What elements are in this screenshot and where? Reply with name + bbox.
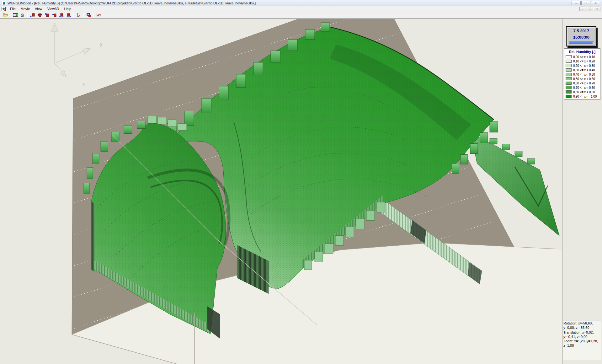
toolbar: ⚙ bbox=[0, 12, 602, 19]
legend-swatch bbox=[566, 90, 572, 94]
legend-swatch bbox=[566, 82, 572, 85]
right-panel: 7.5.2017 16:00:00 Rel. Humidity [-] 0,00… bbox=[562, 19, 602, 364]
viewport-3d[interactable]: y x bbox=[0, 19, 563, 364]
menu-bar: File Movie View View3D Help — ❐ ✕ bbox=[0, 6, 602, 12]
translation-status: Translation: x=0,02, y=-0,41, z=0,00 bbox=[563, 330, 601, 339]
clock-date: 7.5.2017 bbox=[568, 28, 594, 34]
movie-film-icon bbox=[13, 12, 18, 18]
legend-swatch bbox=[566, 60, 572, 63]
rotate-right-button[interactable] bbox=[51, 12, 58, 18]
app-window: WUFI2DMotion - [Rel. Humidity [-] (C:\Us… bbox=[0, 0, 602, 364]
open-folder-icon bbox=[3, 12, 8, 18]
minimize-button[interactable]: — bbox=[572, 1, 581, 5]
toolbar-separator bbox=[93, 13, 94, 18]
humidity-legend: Rel. Humidity [-] 0,00 <= x < 0,10 0,10 … bbox=[564, 48, 600, 100]
window-title: WUFI2DMotion - [Rel. Humidity [-] (C:\Us… bbox=[8, 1, 572, 5]
spin-left-button[interactable] bbox=[58, 12, 65, 18]
legend-swatch bbox=[566, 77, 572, 80]
legend-label: 0,00 <= x < 0,10 bbox=[573, 55, 595, 59]
title-bar[interactable]: WUFI2DMotion - [Rel. Humidity [-] (C:\Us… bbox=[0, 0, 602, 6]
toolbar-separator bbox=[10, 13, 10, 18]
legend-swatch bbox=[566, 55, 572, 58]
document-icon bbox=[2, 7, 6, 11]
reset-view-icon bbox=[86, 12, 92, 18]
legend-row: 0,20 <= x < 0,30 bbox=[564, 63, 600, 68]
menu-help[interactable]: Help bbox=[61, 6, 74, 11]
rotate-left-button[interactable] bbox=[29, 12, 36, 18]
legend-row: 0,60 <= x < 0,70 bbox=[564, 81, 600, 85]
spin-right-icon bbox=[66, 12, 72, 18]
legend-row: 0,00 <= x < 0,10 bbox=[564, 55, 600, 59]
app-icon bbox=[2, 1, 6, 5]
scene-3d[interactable]: y x bbox=[0, 19, 563, 364]
legend-label: 0,80 <= x < 0,90 bbox=[573, 90, 595, 94]
movie-export-button[interactable] bbox=[12, 12, 19, 18]
legend-label: 0,60 <= x < 0,70 bbox=[573, 82, 595, 85]
legend-label: 0,30 <= x < 0,40 bbox=[573, 68, 595, 72]
pointer-icon bbox=[76, 12, 82, 18]
simulation-clock: 7.5.2017 16:00:00 bbox=[566, 26, 596, 46]
axis-y-label: y bbox=[100, 42, 102, 47]
legend-title: Rel. Humidity [-] bbox=[564, 49, 600, 55]
legend-row: 0,90 <= x <= 1,00 bbox=[564, 94, 600, 99]
clock-time: 16:00:00 bbox=[568, 34, 594, 40]
toolbar-separator bbox=[73, 13, 74, 18]
mdi-close-button[interactable]: ✕ bbox=[594, 7, 600, 11]
toolbar-separator bbox=[83, 13, 84, 18]
rotate-block-up-icon bbox=[44, 12, 50, 18]
menu-file[interactable]: File bbox=[8, 6, 18, 11]
rotation-status: Rotation: x=-56,60, y=0,00, z=-56,60 bbox=[563, 321, 601, 330]
view-status-box: Rotation: x=-56,60, y=0,00, z=-56,60 Tra… bbox=[563, 320, 601, 360]
legend-label: 0,10 <= x < 0,20 bbox=[573, 60, 595, 63]
legend-swatch bbox=[566, 68, 572, 72]
legend-label: 0,20 <= x < 0,30 bbox=[573, 64, 595, 67]
legend-label: 0,40 <= x < 0,50 bbox=[573, 73, 595, 76]
pointer-button[interactable] bbox=[75, 12, 82, 18]
open-button[interactable] bbox=[2, 12, 9, 18]
legend-row: 0,80 <= x < 0,90 bbox=[564, 90, 600, 94]
zoom-status: Zoom: x=1,28, y=1,28, z=1,00 bbox=[563, 339, 601, 348]
perspective-view-icon bbox=[37, 12, 43, 18]
progress-track bbox=[569, 41, 594, 44]
legend-row: 0,50 <= x < 0,60 bbox=[564, 77, 600, 81]
rotate-block-right-icon bbox=[51, 12, 57, 18]
menu-view[interactable]: View bbox=[32, 6, 45, 11]
legend-label: 0,70 <= x < 0,80 bbox=[573, 86, 595, 89]
gear-icon: ⚙ bbox=[20, 13, 24, 18]
restore-button[interactable]: ❐ bbox=[581, 1, 590, 5]
legend-label: 0,50 <= x < 0,60 bbox=[573, 77, 595, 81]
progress-bar bbox=[569, 42, 593, 44]
mdi-minimize-button[interactable]: — bbox=[579, 7, 586, 11]
rotate-up-button[interactable] bbox=[43, 12, 51, 18]
spin-left-icon bbox=[59, 12, 64, 18]
legend-swatch bbox=[566, 64, 572, 67]
close-button[interactable]: ✕ bbox=[591, 1, 600, 5]
legend-label: 0,90 <= x <= 1,00 bbox=[573, 95, 597, 98]
result-graph-button[interactable] bbox=[95, 12, 102, 18]
legend-row: 0,10 <= x < 0,20 bbox=[564, 59, 600, 63]
spin-right-button[interactable] bbox=[65, 12, 72, 18]
legend-swatch bbox=[566, 95, 572, 98]
axis-x-label: x bbox=[83, 82, 85, 87]
rotate-block-left-icon bbox=[30, 12, 35, 18]
options-button[interactable]: ⚙ bbox=[19, 12, 26, 18]
legend-swatch bbox=[566, 73, 572, 76]
perspective-view-button[interactable] bbox=[36, 12, 43, 18]
legend-row: 0,70 <= x < 0,80 bbox=[564, 85, 600, 90]
toolbar-separator bbox=[27, 13, 28, 18]
chart-icon bbox=[96, 12, 102, 18]
legend-row: 0,40 <= x < 0,50 bbox=[564, 72, 600, 77]
legend-swatch bbox=[566, 86, 572, 89]
legend-row: 0,30 <= x < 0,40 bbox=[564, 68, 600, 72]
mdi-restore-button[interactable]: ❐ bbox=[587, 7, 593, 11]
menu-movie[interactable]: Movie bbox=[18, 6, 32, 11]
menu-view3d[interactable]: View3D bbox=[45, 6, 62, 11]
reset-view-button[interactable] bbox=[85, 12, 92, 18]
